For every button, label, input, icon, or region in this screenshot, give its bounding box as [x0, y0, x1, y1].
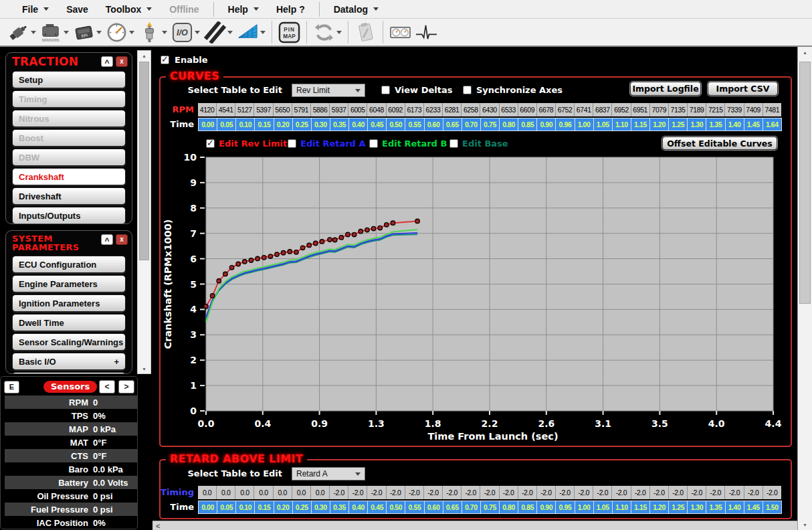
belt-tool-button[interactable] [204, 21, 233, 43]
timing-cell[interactable]: -2.0 [575, 486, 593, 499]
edit-curve-toggle-edit-retard-a[interactable]: Edit Retard A [288, 139, 366, 149]
time-cell[interactable]: 1.30 [687, 118, 706, 131]
time-cell[interactable]: 1.30 [687, 501, 706, 514]
timing-cell[interactable]: -2.0 [763, 486, 781, 499]
checkbox[interactable] [369, 139, 378, 148]
menu-item-datalog[interactable]: Datalog [325, 4, 387, 15]
time-cell[interactable]: 1.45 [744, 118, 763, 131]
time-cell[interactable]: 0.05 [217, 501, 236, 514]
menu-item-file[interactable]: File [13, 4, 58, 15]
time-cell[interactable]: 1.35 [706, 501, 725, 514]
time-cell[interactable]: 0.65 [443, 118, 462, 131]
time-cell[interactable]: 0.75 [480, 118, 500, 131]
time-cell[interactable]: 1.45 [744, 501, 763, 514]
time-cell[interactable]: 1.25 [668, 118, 688, 131]
import-csv-button[interactable]: Import CSV [708, 82, 778, 96]
timing-cell[interactable]: -2.0 [330, 486, 348, 499]
system-ignition-parameters-button[interactable]: Ignition Parameters [12, 294, 126, 312]
time-cell[interactable]: 1.00 [575, 118, 594, 131]
timing-cell[interactable]: -2.0 [537, 486, 556, 499]
time-cell[interactable]: 0.55 [405, 501, 424, 514]
scroll-down-icon[interactable] [138, 364, 150, 373]
edit-curve-toggle-edit-rev-limit[interactable]: Edit Rev Limit [206, 139, 287, 149]
traction-driveshaft-button[interactable]: Driveshaft [12, 187, 126, 205]
scroll-up-icon[interactable] [138, 51, 150, 60]
offset-editable-curves-button[interactable]: Offset Editable Curves [662, 137, 777, 150]
time-cell[interactable]: 1.40 [725, 118, 744, 131]
timing-cell[interactable]: -2.0 [367, 486, 386, 499]
menu-item-save[interactable]: Save [58, 4, 97, 15]
timing-cell[interactable]: 0.0 [311, 486, 330, 499]
time-cell[interactable]: 0.25 [292, 501, 312, 514]
sensors-prev-button[interactable] [99, 380, 115, 393]
traction-setup-button[interactable]: Setup [12, 71, 126, 88]
time-cell[interactable]: 0.15 [254, 501, 274, 514]
timing-cell[interactable]: -2.0 [669, 486, 688, 499]
time-cell[interactable]: 1.00 [575, 501, 594, 514]
timing-cell[interactable]: -2.0 [387, 486, 405, 499]
traction-inputs-outputs-button[interactable]: Inputs/Outputs [12, 207, 126, 224]
time-cell[interactable]: 1.10 [612, 118, 631, 131]
horizontal-scrollbar[interactable] [153, 521, 797, 530]
time-cell[interactable]: 0.35 [330, 118, 349, 131]
edit-curve-toggle-edit-retard-b[interactable]: Edit Retard B [369, 139, 447, 149]
timing-cell[interactable]: -2.0 [443, 486, 462, 499]
time-cell[interactable]: 0.60 [424, 501, 443, 514]
injector-tool-button[interactable] [7, 21, 36, 43]
timing-cell[interactable]: -2.0 [500, 486, 518, 499]
view-deltas-toggle[interactable]: View Deltas [381, 85, 452, 95]
timing-cell[interactable]: -2.0 [480, 486, 499, 499]
timing-cell[interactable]: -2.0 [556, 486, 575, 499]
spark-plug-tool-button[interactable] [138, 21, 167, 43]
timing-cell[interactable]: -2.0 [424, 486, 443, 499]
time-cell[interactable]: 0.40 [348, 118, 368, 131]
time-cell[interactable]: 0.45 [367, 501, 387, 514]
timing-cell[interactable]: 0.0 [292, 486, 311, 499]
time-cell[interactable]: 1.10 [612, 501, 631, 514]
sidebar-scrollbar[interactable] [137, 50, 151, 374]
time-cell[interactable]: 1.25 [668, 501, 688, 514]
timing-cell[interactable]: -2.0 [518, 486, 537, 499]
sensors-tool-button[interactable]: SENSORS [40, 21, 69, 43]
time-cell[interactable]: 0.20 [274, 501, 293, 514]
time-cell[interactable]: 0.55 [405, 118, 424, 131]
system-basic-i-o-button[interactable]: Basic I/O+ [12, 353, 126, 370]
time-cell[interactable]: 0.70 [462, 118, 481, 131]
time-cell[interactable]: 0.00 [198, 118, 217, 131]
traction-close-button[interactable] [116, 56, 128, 67]
system-ecu-configuration-button[interactable]: ECU Configuration [12, 256, 126, 273]
timing-cell[interactable]: -2.0 [744, 486, 763, 499]
scrollbar-thumb[interactable] [799, 62, 811, 304]
system-dwell-time-button[interactable]: Dwell Time [12, 314, 126, 331]
time-cell[interactable]: 0.05 [217, 118, 236, 131]
sync-tool-button[interactable] [313, 21, 342, 43]
time-cell[interactable]: 1.15 [631, 118, 650, 131]
time-cell[interactable]: 0.35 [330, 501, 349, 514]
system-closed-loop-learn-button[interactable]: Closed Loop/Learn+ [12, 372, 126, 374]
time-cell[interactable]: 1.40 [725, 501, 744, 514]
time-cell[interactable]: 1.20 [649, 118, 669, 131]
enable-toggle[interactable]: Enable [161, 55, 208, 65]
time-cell[interactable]: 0.90 [536, 501, 556, 514]
time-cell[interactable]: 0.85 [518, 118, 537, 131]
map-cone-tool-button[interactable] [237, 21, 266, 43]
time-cell[interactable]: 0.65 [443, 501, 462, 514]
time-cell[interactable]: 0.40 [348, 501, 368, 514]
timing-cell[interactable]: 0.0 [198, 486, 217, 499]
time-cell[interactable]: 0.45 [367, 118, 387, 131]
timing-cell[interactable]: -2.0 [706, 486, 725, 499]
time-cell[interactable]: 1.05 [593, 118, 613, 131]
time-cell[interactable]: 0.60 [424, 118, 443, 131]
scrollbar-thumb[interactable] [139, 62, 149, 260]
efi-module-tool-button[interactable]: EFI [73, 21, 102, 43]
menu-item-help[interactable]: Help [219, 4, 268, 15]
system-engine-parameters-button[interactable]: Engine Parameters [12, 275, 126, 292]
scroll-up-icon[interactable] [798, 47, 812, 58]
time-cell[interactable]: 1.15 [631, 501, 650, 514]
sensors-next-button[interactable] [118, 380, 134, 393]
time-cell[interactable]: 1.50 [763, 501, 782, 514]
time-cell[interactable]: 0.30 [311, 501, 330, 514]
timing-cell[interactable]: -2.0 [462, 486, 480, 499]
view-deltas-checkbox[interactable] [381, 86, 390, 94]
system-parameters-minimize-button[interactable] [101, 234, 113, 245]
